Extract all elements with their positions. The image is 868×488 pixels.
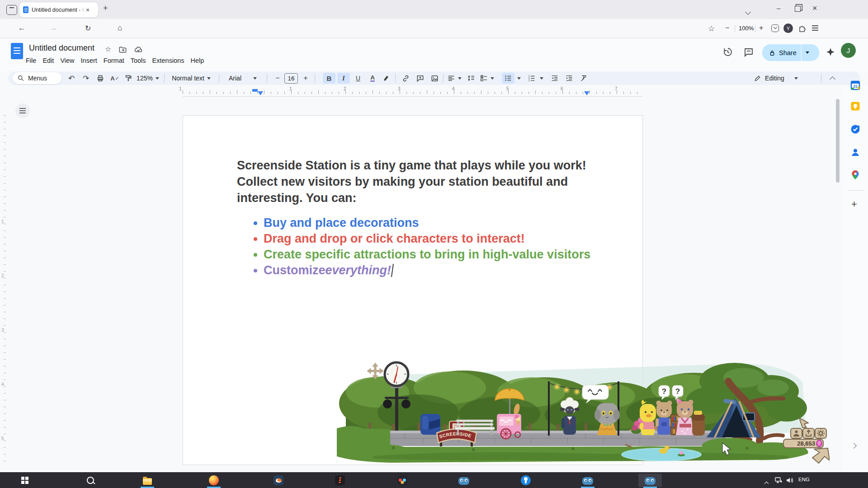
font-select[interactable]: Arial (223, 71, 262, 85)
align-select[interactable] (446, 71, 463, 85)
bullet-item[interactable]: Drag and drop or click characters to int… (254, 231, 525, 247)
left-indent-marker[interactable] (258, 91, 263, 95)
menu-help[interactable]: Help (188, 55, 208, 66)
zoom-select[interactable]: 125% (137, 71, 159, 85)
cloud-saved-icon[interactable] (134, 45, 143, 54)
comments-icon[interactable] (743, 47, 754, 57)
keep-icon[interactable] (850, 101, 861, 112)
paint-format-icon[interactable] (122, 71, 135, 85)
document-heading[interactable]: Screenside Station is a tiny game that p… (237, 157, 586, 206)
google-docs-logo[interactable] (11, 43, 23, 59)
taskbar-file-explorer-icon[interactable] (142, 474, 153, 486)
taskbar-blender-icon[interactable] (273, 474, 284, 486)
scrollbar-thumb[interactable] (836, 99, 840, 183)
add-panel-icon[interactable]: + (851, 198, 857, 210)
numbered-list-button[interactable]: 123 (525, 71, 538, 85)
paragraph-style-select[interactable]: Normal text (169, 71, 214, 85)
bookmark-star-icon[interactable]: ☆ (708, 24, 715, 33)
crate[interactable] (692, 411, 705, 436)
volume-icon[interactable] (786, 477, 794, 484)
window-close-button[interactable]: × (812, 4, 817, 13)
account-avatar[interactable]: Y (783, 23, 793, 33)
game-share-button[interactable] (803, 428, 814, 438)
document-outline-button[interactable] (15, 103, 30, 118)
insert-link-icon[interactable] (399, 71, 412, 85)
taskbar-pin-app-icon[interactable] (520, 474, 532, 486)
numbered-list-dropdown[interactable] (538, 71, 545, 85)
font-size-increase-icon[interactable]: + (300, 71, 311, 85)
star-document-icon[interactable]: ☆ (105, 45, 111, 53)
checklist-select[interactable] (478, 71, 495, 85)
menu-view[interactable]: View (57, 55, 77, 66)
window-minimize-button[interactable]: – (777, 4, 780, 12)
gemini-sparkle-icon[interactable] (826, 47, 835, 57)
screenside-station-game[interactable]: SCREENSIDE (337, 361, 830, 465)
share-dropdown-icon[interactable] (806, 52, 809, 54)
tasks-icon[interactable] (850, 124, 861, 135)
print-icon[interactable] (94, 71, 107, 85)
font-size-field[interactable]: 16 (284, 71, 298, 85)
tab-close-icon[interactable]: × (86, 6, 90, 14)
menus-search-button[interactable]: Menus (13, 72, 61, 84)
zoom-out-icon[interactable]: − (725, 24, 729, 32)
pocket-icon[interactable] (771, 24, 779, 32)
decrease-indent-icon[interactable] (548, 71, 561, 85)
window-restore-button[interactable] (795, 6, 801, 12)
clear-formatting-icon[interactable] (577, 71, 590, 85)
version-history-icon[interactable] (722, 47, 733, 57)
page-zoom-indicator[interactable]: 100% (739, 25, 754, 32)
redo-icon[interactable]: ↷ (80, 71, 92, 85)
taskbar-godot-icon-2[interactable] (582, 474, 594, 486)
game-settings-button[interactable] (815, 428, 826, 438)
taskbar-firefox-icon[interactable] (208, 474, 220, 486)
taskbar-godot-icon-active[interactable] (644, 474, 656, 486)
user-avatar[interactable]: J (841, 43, 856, 58)
bullet-item[interactable]: Buy and place decorations (254, 215, 419, 231)
forward-icon[interactable]: → (50, 24, 57, 32)
menu-extensions[interactable]: Extensions (149, 55, 188, 66)
menu-tools[interactable]: Tools (127, 55, 149, 66)
add-comment-icon[interactable] (413, 71, 427, 85)
bold-button[interactable]: B (323, 73, 335, 84)
reload-icon[interactable]: ↻ (85, 24, 91, 33)
browser-tab[interactable]: Untitled document - Google Do × (19, 2, 98, 17)
right-indent-marker[interactable] (584, 91, 590, 95)
undo-icon[interactable]: ↶ (65, 71, 78, 85)
increase-indent-icon[interactable] (562, 71, 576, 85)
move-to-folder-icon[interactable] (118, 45, 127, 54)
mailbox[interactable] (420, 414, 440, 435)
menu-hamburger-icon[interactable] (812, 28, 818, 28)
firefox-view-icon[interactable] (6, 5, 17, 15)
home-icon[interactable]: ⌂ (118, 23, 122, 33)
bullet-item[interactable]: Create specific attractions to bring in … (254, 247, 590, 263)
taskbar-resolve-icon[interactable] (396, 474, 408, 486)
document-title[interactable]: Untitled document (29, 43, 94, 53)
expand-side-panel-chevron-icon[interactable] (852, 441, 856, 450)
spellcheck-icon[interactable]: A✓ (108, 71, 121, 85)
font-size-decrease-icon[interactable]: − (272, 71, 283, 85)
tray-chevron-icon[interactable] (765, 479, 768, 487)
game-exchange-arrow-icon[interactable] (812, 448, 830, 463)
scrollbar[interactable] (836, 99, 840, 467)
network-icon[interactable] (775, 477, 783, 484)
back-icon[interactable]: ← (18, 24, 25, 32)
text-color-button[interactable]: A (366, 71, 379, 85)
hide-menus-chevron-icon[interactable] (826, 71, 838, 85)
menu-edit[interactable]: Edit (39, 55, 57, 66)
menu-file[interactable]: File (23, 55, 39, 66)
contacts-icon[interactable] (850, 147, 861, 158)
extensions-puzzle-icon[interactable] (797, 23, 807, 33)
taskbar-godot-icon[interactable] (458, 474, 470, 486)
share-button[interactable]: Share (762, 44, 819, 61)
bulleted-list-dropdown[interactable] (515, 71, 523, 85)
new-tab-button[interactable]: + (103, 4, 108, 13)
underline-button[interactable]: U (352, 71, 364, 85)
taskbar-app-icon[interactable] (334, 474, 346, 486)
bulleted-list-button[interactable] (502, 73, 514, 84)
language-indicator[interactable]: ENG (798, 477, 810, 482)
bullet-item[interactable]: Customize everything! (254, 263, 393, 278)
insert-image-icon[interactable] (428, 71, 441, 85)
calendar-icon[interactable]: 31 (850, 80, 861, 91)
taskbar-search-icon[interactable] (85, 474, 96, 486)
menu-format[interactable]: Format (100, 55, 127, 66)
